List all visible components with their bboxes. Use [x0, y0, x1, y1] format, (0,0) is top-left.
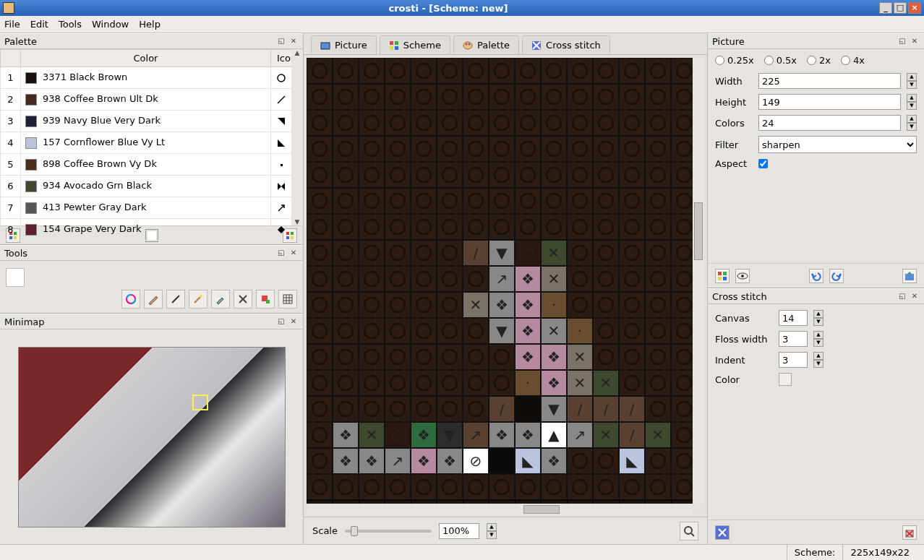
stitch-cell[interactable]: ❖	[437, 448, 463, 474]
canvas-input[interactable]	[779, 310, 808, 326]
undo-button[interactable]	[809, 269, 824, 283]
stitch-cell[interactable]	[645, 162, 671, 188]
stitch-cell[interactable]	[489, 370, 515, 396]
stitch-cell[interactable]: ✕	[567, 344, 593, 370]
stitch-cell[interactable]: ○	[515, 240, 541, 266]
stitch-cell[interactable]	[489, 474, 515, 500]
stitch-cell[interactable]	[515, 396, 541, 422]
stitch-cell[interactable]	[645, 110, 671, 136]
stitch-cell[interactable]	[489, 136, 515, 162]
minimize-button[interactable]: _	[879, 2, 892, 14]
stitch-cell[interactable]: ↗	[463, 422, 489, 448]
stitch-cell[interactable]	[411, 474, 437, 500]
stitch-cell[interactable]	[645, 240, 671, 266]
stitch-cell[interactable]	[593, 448, 619, 474]
stitch-cell[interactable]	[333, 240, 359, 266]
scale-input[interactable]	[439, 523, 479, 539]
stitch-cell[interactable]: ❖	[489, 292, 515, 318]
stitch-cell[interactable]	[567, 136, 593, 162]
height-spinner[interactable]: ▲▼	[907, 94, 917, 110]
stitch-cell[interactable]	[593, 266, 619, 292]
stitch-cell[interactable]	[645, 58, 671, 84]
stitch-cell[interactable]	[671, 240, 693, 266]
stitch-cell[interactable]	[463, 58, 489, 84]
width-spinner[interactable]: ▲▼	[907, 73, 917, 89]
height-input[interactable]	[758, 94, 901, 110]
stitch-cell[interactable]	[359, 292, 385, 318]
stitch-cell[interactable]	[593, 110, 619, 136]
stitch-cell[interactable]	[567, 188, 593, 214]
redo-button[interactable]	[829, 269, 844, 283]
minimap-close-button[interactable]: ✕	[288, 316, 299, 327]
stitch-cell[interactable]	[645, 318, 671, 344]
col-index[interactable]	[1, 50, 21, 67]
stitch-cell[interactable]	[307, 344, 333, 370]
stitch-cell[interactable]	[333, 110, 359, 136]
stitch-cell[interactable]	[671, 370, 693, 396]
stitch-cell[interactable]	[307, 110, 333, 136]
stitch-cell[interactable]: ▲	[541, 422, 567, 448]
zoom-4[interactable]: 4x	[841, 55, 865, 66]
stitch-cell[interactable]	[515, 110, 541, 136]
stitch-cell[interactable]	[593, 292, 619, 318]
cross-close-button[interactable]: ✕	[910, 291, 920, 301]
stitch-cell[interactable]: ·	[515, 370, 541, 396]
stitch-cell[interactable]	[307, 188, 333, 214]
stitch-cell[interactable]	[541, 58, 567, 84]
stitch-cell[interactable]	[671, 136, 693, 162]
stitch-cell[interactable]: ▼	[489, 318, 515, 344]
stitch-cell[interactable]: ✕	[593, 422, 619, 448]
picture-close-button[interactable]: ✕	[910, 36, 920, 46]
stitch-cell[interactable]	[437, 396, 463, 422]
stitch-cell[interactable]	[307, 58, 333, 84]
stitch-cell[interactable]	[385, 292, 411, 318]
stitch-cell[interactable]	[463, 136, 489, 162]
stitch-cell[interactable]	[541, 136, 567, 162]
stitch-cell[interactable]	[333, 214, 359, 240]
stitch-cell[interactable]	[515, 474, 541, 500]
palette-row[interactable]: 2938 Coffee Brown Ult Dk	[1, 89, 303, 111]
cross-preview-button[interactable]	[715, 525, 730, 540]
stitch-cell[interactable]	[567, 240, 593, 266]
stitch-cell[interactable]	[385, 266, 411, 292]
stitch-cell[interactable]: ↗	[489, 266, 515, 292]
stitch-cell[interactable]	[437, 136, 463, 162]
palette-detach-button[interactable]: ◱	[276, 36, 286, 46]
stitch-cell[interactable]: ·	[541, 292, 567, 318]
stitch-cell[interactable]	[463, 110, 489, 136]
stitch-cell[interactable]	[359, 474, 385, 500]
stitch-cell[interactable]	[307, 422, 333, 448]
stitch-cell[interactable]	[437, 214, 463, 240]
stitch-cell[interactable]: ❖	[515, 344, 541, 370]
stitch-cell[interactable]	[307, 214, 333, 240]
stitch-cell[interactable]: ✕	[645, 422, 671, 448]
stitch-cell[interactable]	[411, 240, 437, 266]
stitch-cell[interactable]	[333, 344, 359, 370]
stitch-cell[interactable]: ◣	[619, 448, 645, 474]
zoom-025[interactable]: 0.25x	[715, 55, 754, 66]
stitch-cell[interactable]	[593, 240, 619, 266]
tool-grid[interactable]	[278, 290, 297, 309]
stitch-cell[interactable]	[359, 188, 385, 214]
stitch-cell[interactable]	[385, 396, 411, 422]
stitch-cell[interactable]	[567, 58, 593, 84]
scale-slider[interactable]	[345, 530, 432, 533]
palette-row[interactable]: 8154 Grape Very Dark	[1, 219, 303, 241]
stitch-cell[interactable]	[515, 84, 541, 110]
stitch-cell[interactable]: ❖	[515, 292, 541, 318]
stitch-cell[interactable]	[437, 318, 463, 344]
stitch-cell[interactable]	[645, 266, 671, 292]
tool-pencil[interactable]	[144, 290, 163, 309]
tab-cross-stitch[interactable]: Cross stitch	[522, 35, 610, 54]
stitch-cell[interactable]	[411, 136, 437, 162]
stitch-cell[interactable]	[463, 266, 489, 292]
stitch-cell[interactable]: ·	[567, 318, 593, 344]
stitch-cell[interactable]: ❖	[541, 448, 567, 474]
stitch-cell[interactable]	[411, 266, 437, 292]
stitch-cell[interactable]	[567, 214, 593, 240]
stitch-cell[interactable]	[645, 292, 671, 318]
stitch-cell[interactable]	[619, 58, 645, 84]
stitch-cell[interactable]	[671, 396, 693, 422]
stitch-cell[interactable]	[333, 162, 359, 188]
stitch-cell[interactable]	[515, 136, 541, 162]
